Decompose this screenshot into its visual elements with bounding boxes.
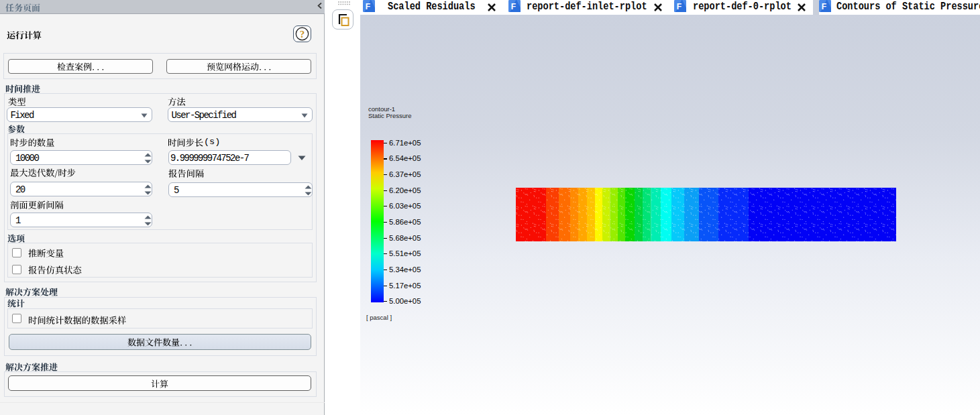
svg-text:F: F xyxy=(366,2,370,11)
svg-text:F: F xyxy=(510,2,515,11)
svg-text:F: F xyxy=(676,2,681,11)
svg-text:?: ? xyxy=(300,29,305,40)
svg-text:F: F xyxy=(822,2,826,11)
